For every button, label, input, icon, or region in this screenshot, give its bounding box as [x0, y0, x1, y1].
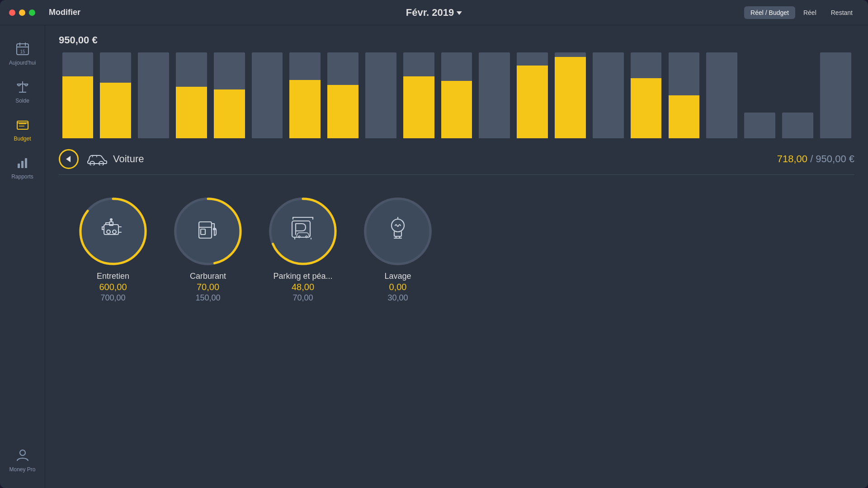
- back-button[interactable]: [59, 149, 79, 169]
- bar-2: [135, 52, 173, 138]
- bar-20: [816, 52, 854, 138]
- sidebar-item-rapports[interactable]: Rapports: [0, 148, 45, 186]
- sidebar-item-moneypro[interactable]: Money Pro: [5, 441, 40, 479]
- calendar-icon: 15: [14, 41, 32, 57]
- bar-16: [665, 52, 703, 138]
- budget-icon: [14, 117, 32, 133]
- month-label[interactable]: Févr. 2019: [406, 7, 462, 19]
- sidebar: 15 Aujourd'hui Solde: [0, 25, 45, 488]
- svg-rect-8: [17, 121, 28, 129]
- subcategory-carburant[interactable]: Carburant 70,00 150,00: [172, 197, 244, 303]
- svg-rect-13: [21, 161, 24, 168]
- subcategory-circle-parking: [269, 197, 337, 265]
- subcategory-budget-lavage: 30,00: [387, 293, 408, 303]
- bar-5: [248, 52, 286, 138]
- sidebar-label-moneypro: Money Pro: [9, 466, 35, 473]
- bar-7: [324, 52, 362, 138]
- content-area: 950,00 €: [45, 25, 868, 488]
- category-name: Voiture: [113, 153, 777, 165]
- back-arrow-icon: [66, 156, 71, 162]
- bar-9: [400, 52, 438, 138]
- bar-13: [552, 52, 590, 138]
- reel-button[interactable]: Réel: [797, 6, 823, 19]
- bar-1: [97, 52, 135, 138]
- subcategory-values-lavage: Lavage 0,00 30,00: [384, 272, 411, 303]
- app-window: Modifier Févr. 2019 Réel / Budget Réel R…: [0, 0, 868, 488]
- maximize-button[interactable]: [29, 9, 35, 16]
- svg-rect-14: [25, 158, 27, 168]
- subcategory-name-entretien: Entretien: [97, 272, 129, 281]
- sidebar-item-budget[interactable]: Budget: [0, 110, 45, 148]
- subcategory-values-carburant: Carburant 70,00 150,00: [190, 272, 226, 303]
- bar-12: [514, 52, 552, 138]
- traffic-lights: [9, 9, 35, 16]
- minimize-button[interactable]: [19, 9, 25, 16]
- sidebar-item-solde[interactable]: Solde: [0, 72, 45, 110]
- bar-17: [703, 52, 741, 138]
- month-text: Févr. 2019: [406, 7, 454, 19]
- bar-15: [627, 52, 665, 138]
- svg-point-27: [113, 230, 116, 234]
- month-selector[interactable]: Févr. 2019: [406, 7, 462, 19]
- bar-0: [59, 52, 97, 138]
- category-icon: [86, 151, 108, 167]
- subcategory-icon-lavage: [384, 216, 411, 247]
- sidebar-item-aujourdhui[interactable]: 15 Aujourd'hui: [0, 34, 45, 72]
- svg-point-26: [107, 230, 110, 234]
- subcategory-actual-parking: 48,00: [292, 282, 314, 292]
- subcategory-circle-entretien: [79, 197, 147, 265]
- subcategory-circle-carburant: [174, 197, 242, 265]
- bar-chart: [59, 52, 854, 138]
- subcategory-name-carburant: Carburant: [190, 272, 226, 281]
- svg-rect-35: [201, 229, 205, 235]
- category-actual: 718,00: [777, 153, 807, 164]
- subcategory-parking[interactable]: Parking et péa... 48,00 70,00: [267, 197, 339, 303]
- main-layout: 15 Aujourd'hui Solde: [0, 25, 868, 488]
- chevron-down-icon: [457, 11, 462, 15]
- subcategory-budget-entretien: 700,00: [100, 293, 125, 303]
- svg-text:15: 15: [20, 49, 25, 54]
- subcategory-icon-entretien: [99, 216, 127, 247]
- subcategory-lavage[interactable]: Lavage 0,00 30,00: [362, 197, 434, 303]
- svg-point-45: [392, 219, 404, 232]
- subcategory-actual-entretien: 600,00: [99, 282, 127, 292]
- person-icon: [14, 447, 32, 464]
- close-button[interactable]: [9, 9, 15, 16]
- bar-11: [476, 52, 514, 138]
- subcategory-entretien[interactable]: Entretien 600,00 700,00: [77, 197, 149, 303]
- subcategory-name-lavage: Lavage: [384, 272, 411, 281]
- titlebar: Modifier Févr. 2019 Réel / Budget Réel R…: [0, 0, 868, 25]
- subcategory-actual-carburant: 70,00: [197, 282, 219, 292]
- bar-3: [172, 52, 210, 138]
- category-budget: 950,00 €: [816, 153, 854, 164]
- subcategory-name-parking: Parking et péa...: [273, 272, 332, 281]
- subcategory-icon-carburant: [194, 216, 222, 247]
- chart-icon: [14, 155, 32, 171]
- chart-value: 950,00 €: [59, 34, 854, 46]
- restant-button[interactable]: Restant: [825, 6, 859, 19]
- sidebar-label-solde: Solde: [15, 98, 29, 104]
- subcategory-values-parking: Parking et péa... 48,00 70,00: [273, 272, 332, 303]
- bar-10: [438, 52, 476, 138]
- chart-section: 950,00 €: [59, 34, 854, 138]
- view-switcher: Réel / Budget Réel Restant: [744, 6, 859, 19]
- sidebar-label-budget: Budget: [14, 136, 31, 142]
- subcategory-circle-lavage: [364, 197, 432, 265]
- bar-4: [210, 52, 248, 138]
- svg-point-30: [110, 219, 112, 221]
- subcategories-list: Entretien 600,00 700,00 Carburant 70,00 …: [59, 197, 854, 303]
- subcategory-icon-parking: [289, 216, 316, 247]
- subcategory-budget-parking: 70,00: [292, 293, 313, 303]
- svg-rect-12: [18, 164, 20, 168]
- subcategory-budget-carburant: 150,00: [195, 293, 220, 303]
- modifier-label: Modifier: [49, 8, 80, 17]
- bar-19: [778, 52, 816, 138]
- sidebar-label-rapports: Rapports: [11, 174, 33, 180]
- category-row: Voiture 718,00 / 950,00 €: [59, 149, 854, 175]
- bar-8: [362, 52, 400, 138]
- svg-point-15: [20, 450, 25, 455]
- scale-icon: [14, 79, 32, 95]
- reel-budget-button[interactable]: Réel / Budget: [744, 6, 795, 19]
- bar-14: [589, 52, 627, 138]
- subcategory-values-entretien: Entretien 600,00 700,00: [97, 272, 129, 303]
